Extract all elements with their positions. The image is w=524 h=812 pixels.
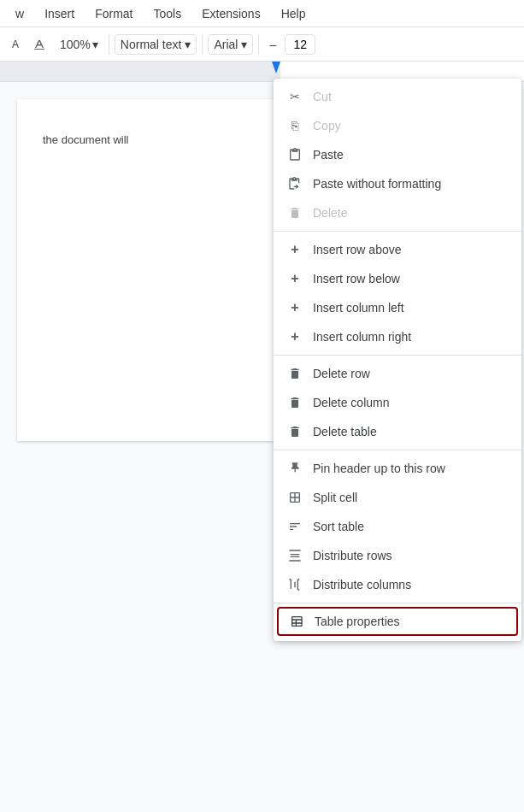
menu-item-extensions[interactable]: Extensions <box>193 3 268 24</box>
context-menu: Cut Copy Paste Paste without formatting … <box>274 79 521 641</box>
zoom-chevron-icon: ▾ <box>92 38 98 51</box>
toolbar-separator-2 <box>202 34 203 55</box>
distribute-rows-icon <box>287 548 303 563</box>
format-chevron-icon: ▾ <box>185 38 191 51</box>
toolbar-separator-3 <box>258 34 259 55</box>
toolbar: A 100% ▾ Normal text ▾ Arial ▾ – 12 <box>0 27 524 62</box>
separator-1 <box>274 231 521 232</box>
delete-label: Delete <box>313 206 347 220</box>
separator-2 <box>274 355 521 356</box>
context-menu-delete-col[interactable]: Delete column <box>274 388 521 417</box>
distribute-rows-label: Distribute rows <box>313 549 392 562</box>
insert-row-above-icon: + <box>287 242 303 257</box>
insert-row-below-icon: + <box>287 271 303 286</box>
font-chevron-icon: ▾ <box>241 38 247 51</box>
split-cell-label: Split cell <box>313 491 357 504</box>
font-decrease-button[interactable]: – <box>264 34 281 55</box>
font-size-input[interactable]: 12 <box>285 34 315 55</box>
table-properties-label: Table properties <box>315 615 400 628</box>
context-menu-distribute-rows[interactable]: Distribute rows <box>274 541 521 570</box>
separator-4 <box>274 603 521 603</box>
split-cell-icon <box>287 490 303 505</box>
font-dropdown[interactable]: Arial ▾ <box>208 34 253 55</box>
copy-icon <box>287 118 303 133</box>
context-menu-insert-row-below[interactable]: + Insert row below <box>274 264 521 293</box>
context-menu-delete-row[interactable]: Delete row <box>274 359 521 388</box>
delete-table-icon <box>287 424 303 439</box>
cut-label: Cut <box>313 90 332 103</box>
menu-bar: w Insert Format Tools Extensions Help <box>0 0 524 27</box>
menu-item-tools[interactable]: Tools <box>144 3 190 24</box>
format-dropdown[interactable]: Normal text ▾ <box>115 34 197 55</box>
insert-col-right-label: Insert column right <box>313 330 411 344</box>
context-menu-paste[interactable]: Paste <box>274 140 521 169</box>
toolbar-separator-1 <box>109 34 109 55</box>
context-menu-sort-table[interactable]: Sort table <box>274 512 521 541</box>
document-area: the document will <box>0 82 291 812</box>
context-menu-delete-table[interactable]: Delete table <box>274 417 521 446</box>
delete-icon <box>287 205 303 221</box>
document-text: the document will <box>43 133 248 146</box>
spelling-button[interactable] <box>27 34 51 55</box>
insert-row-above-label: Insert row above <box>313 243 402 256</box>
zoom-dropdown[interactable]: 100% ▾ <box>55 34 103 55</box>
separator-3 <box>274 450 521 450</box>
copy-label: Copy <box>313 119 341 132</box>
document-page: the document will <box>17 99 274 441</box>
insert-row-below-label: Insert row below <box>313 272 400 285</box>
paste-format-label: Paste without formatting <box>313 177 441 191</box>
menu-item-w: w <box>7 3 32 24</box>
insert-col-left-label: Insert column left <box>313 301 404 315</box>
paste-label: Paste <box>313 148 344 162</box>
paste-format-icon <box>287 176 303 191</box>
context-menu-insert-col-left[interactable]: + Insert column left <box>274 293 521 322</box>
insert-col-right-icon: + <box>287 329 303 344</box>
sort-table-icon <box>287 519 303 534</box>
menu-item-help[interactable]: Help <box>273 3 315 24</box>
distribute-cols-icon <box>287 577 303 592</box>
context-menu-insert-col-right[interactable]: + Insert column right <box>274 322 521 351</box>
sort-table-label: Sort table <box>313 520 364 533</box>
delete-col-label: Delete column <box>313 396 390 409</box>
context-menu-insert-row-above[interactable]: + Insert row above <box>274 235 521 264</box>
pin-header-label: Pin header up to this row <box>313 462 445 475</box>
distribute-cols-label: Distribute columns <box>313 578 411 591</box>
context-menu-paste-format[interactable]: Paste without formatting <box>274 169 521 198</box>
context-menu-copy[interactable]: Copy <box>274 111 521 140</box>
context-menu-delete[interactable]: Delete <box>274 198 521 227</box>
table-properties-icon <box>289 614 304 629</box>
delete-col-icon <box>287 395 303 410</box>
context-menu-distribute-cols[interactable]: Distribute columns <box>274 570 521 599</box>
context-menu-table-properties[interactable]: Table properties <box>277 607 518 636</box>
accessibility-button[interactable]: A <box>7 35 24 54</box>
pin-header-icon <box>287 461 303 476</box>
delete-row-icon <box>287 366 303 381</box>
cut-icon <box>287 89 303 104</box>
delete-table-label: Delete table <box>313 425 377 438</box>
context-menu-cut[interactable]: Cut <box>274 82 521 111</box>
paste-icon <box>287 147 303 162</box>
context-menu-pin-header[interactable]: Pin header up to this row <box>274 454 521 483</box>
delete-row-label: Delete row <box>313 367 370 380</box>
insert-col-left-icon: + <box>287 300 303 315</box>
context-menu-split-cell[interactable]: Split cell <box>274 483 521 512</box>
menu-item-insert[interactable]: Insert <box>36 3 83 24</box>
menu-item-format[interactable]: Format <box>86 3 141 24</box>
ruler-highlight <box>0 62 280 81</box>
